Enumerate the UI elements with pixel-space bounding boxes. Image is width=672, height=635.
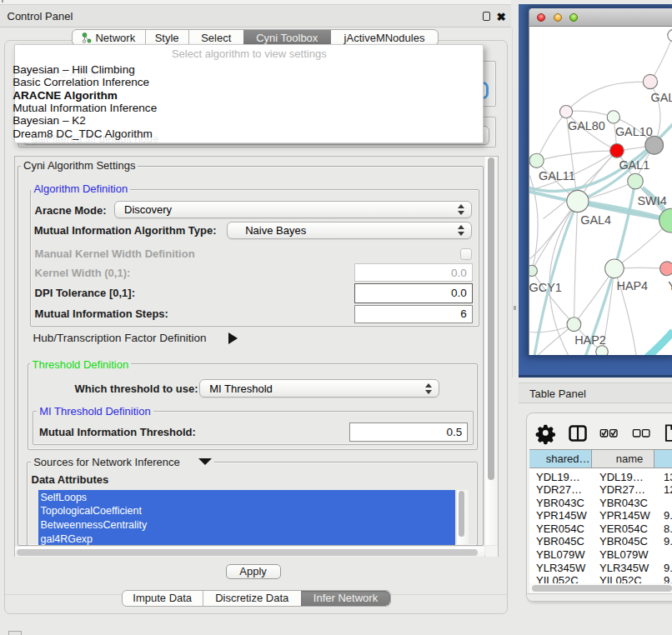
svg-text:SWI4: SWI4 xyxy=(637,193,666,207)
svg-text:GCY1: GCY1 xyxy=(529,280,562,293)
svg-text:GAL2: GAL2 xyxy=(650,90,672,103)
svg-text:GAL4: GAL4 xyxy=(580,213,611,227)
svg-text:GAL10: GAL10 xyxy=(614,125,652,138)
svg-text:HAP2: HAP2 xyxy=(574,332,606,346)
svg-text:GAL80: GAL80 xyxy=(568,118,605,132)
svg-text:HAP4: HAP4 xyxy=(616,279,648,292)
svg-text:GAL1: GAL1 xyxy=(619,158,649,172)
svg-text:YM: YM xyxy=(668,278,672,292)
svg-text:GAL11: GAL11 xyxy=(539,168,575,182)
